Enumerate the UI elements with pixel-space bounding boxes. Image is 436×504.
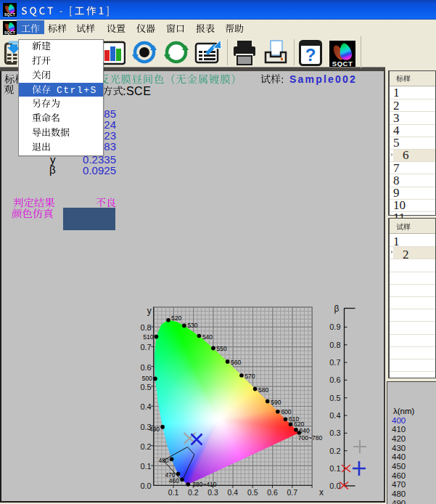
svg-text:600: 600 (281, 408, 291, 415)
svg-text:0.7: 0.7 (287, 488, 297, 497)
svg-text:0.8: 0.8 (140, 323, 151, 332)
svg-text:0.5: 0.5 (329, 394, 340, 402)
svg-text:0.6: 0.6 (140, 363, 151, 372)
svg-text:0.9: 0.9 (329, 322, 340, 331)
svg-text:0.2: 0.2 (329, 447, 340, 455)
svg-text:0.4: 0.4 (228, 488, 239, 497)
svg-text:0.1: 0.1 (329, 464, 340, 473)
svg-text:560: 560 (231, 359, 241, 366)
svg-text:580: 580 (258, 386, 268, 394)
svg-text:510: 510 (143, 333, 153, 341)
svg-text:700~780: 700~780 (298, 434, 323, 442)
svg-text:0.0: 0.0 (140, 481, 151, 490)
svg-text:x: x (319, 487, 324, 497)
svg-text:β: β (334, 304, 340, 314)
svg-text:SQCT: SQCT (332, 60, 353, 68)
svg-text:0.5: 0.5 (247, 488, 258, 497)
svg-text:0.2: 0.2 (140, 442, 151, 451)
svg-text:0.6: 0.6 (329, 375, 340, 384)
svg-text:0.7: 0.7 (140, 343, 151, 351)
svg-text:380~410: 380~410 (192, 481, 217, 488)
svg-text:490: 490 (149, 426, 160, 433)
svg-text:520: 520 (171, 314, 181, 322)
svg-text:0.4: 0.4 (329, 411, 340, 420)
svg-text:0.5: 0.5 (140, 383, 151, 391)
svg-text:550: 550 (217, 345, 227, 352)
svg-text:470: 470 (165, 471, 175, 479)
svg-text:0.3: 0.3 (207, 488, 218, 497)
svg-text:0.7: 0.7 (329, 358, 340, 367)
svg-text:SQCT: SQCT (4, 12, 15, 17)
svg-text:0.6: 0.6 (267, 488, 278, 497)
svg-text:0.4: 0.4 (140, 402, 151, 411)
svg-text:590: 590 (271, 399, 281, 406)
svg-text:?: ? (305, 45, 316, 65)
svg-text:500: 500 (142, 375, 152, 382)
svg-text:570: 570 (244, 373, 255, 380)
svg-text:530: 530 (187, 322, 197, 329)
svg-text:0.3: 0.3 (329, 428, 340, 437)
svg-text:0.1: 0.1 (140, 462, 151, 471)
svg-text:0.2: 0.2 (188, 488, 199, 497)
svg-text:0.8: 0.8 (329, 341, 340, 349)
svg-text:SQCT: SQCT (4, 31, 15, 35)
svg-text:y: y (147, 306, 152, 316)
svg-text:0.1: 0.1 (168, 488, 179, 497)
svg-text:540: 540 (202, 333, 213, 341)
svg-text:0.0: 0.0 (329, 481, 340, 490)
